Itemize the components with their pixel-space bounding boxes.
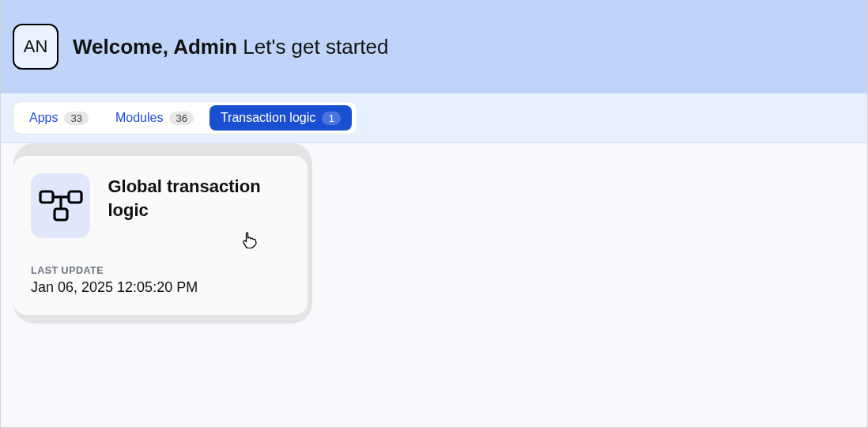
tab-modules-label: Modules — [115, 111, 163, 125]
transaction-logic-card[interactable]: Global transaction logic LAST UPDATE Jan… — [13, 156, 308, 315]
svg-rect-2 — [55, 209, 67, 220]
cursor-hand-icon — [241, 231, 257, 252]
workflow-icon — [31, 173, 90, 238]
tab-transaction-logic-count: 1 — [322, 112, 341, 125]
tabs-bar: Apps 33 Modules 36 Transaction logic 1 — [13, 101, 357, 134]
welcome-strong: Welcome, Admin — [73, 35, 237, 59]
svg-rect-1 — [69, 191, 81, 203]
avatar-initials: AN — [24, 36, 48, 57]
welcome-banner: AN Welcome, Admin Let's get started — [1, 0, 867, 93]
tab-apps[interactable]: Apps 33 — [18, 105, 100, 131]
welcome-text: Welcome, Admin Let's get started — [73, 35, 388, 59]
card-header: Global transaction logic — [31, 173, 290, 238]
last-update-value: Jan 06, 2025 12:05:20 PM — [31, 279, 290, 296]
avatar[interactable]: AN — [13, 24, 58, 70]
tab-transaction-logic-label: Transaction logic — [221, 111, 315, 125]
svg-rect-0 — [40, 191, 53, 203]
card-meta: LAST UPDATE Jan 06, 2025 12:05:20 PM — [31, 265, 290, 296]
welcome-light: Let's get started — [237, 35, 388, 59]
tab-apps-count: 33 — [64, 112, 88, 125]
tabs-region: Apps 33 Modules 36 Transaction logic 1 — [1, 93, 867, 143]
last-update-label: LAST UPDATE — [31, 265, 290, 276]
tab-modules-count: 36 — [169, 112, 193, 125]
content-area: Global transaction logic LAST UPDATE Jan… — [1, 143, 867, 328]
card-title: Global transaction logic — [108, 173, 290, 222]
tab-transaction-logic[interactable]: Transaction logic 1 — [209, 105, 352, 131]
tab-apps-label: Apps — [29, 111, 58, 125]
tab-modules[interactable]: Modules 36 — [104, 105, 205, 131]
